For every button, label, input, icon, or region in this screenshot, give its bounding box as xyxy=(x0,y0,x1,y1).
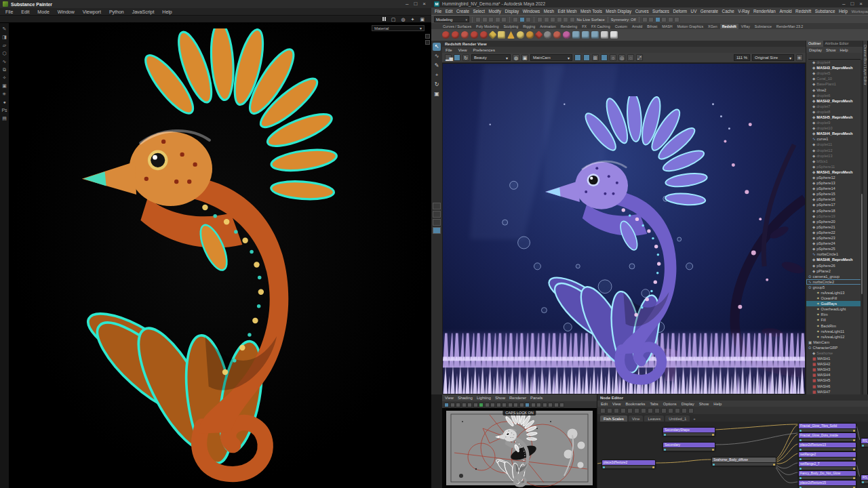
textured-icon[interactable] xyxy=(536,403,541,407)
histogram-icon[interactable]: ▂▅ xyxy=(445,54,452,61)
outliner-row[interactable]: pSphere21 xyxy=(806,224,863,230)
sp-tool-icon[interactable]: ⬡ xyxy=(2,50,6,56)
graph-both-icon[interactable] xyxy=(620,408,626,413)
shelf-tab[interactable]: Poly Modeling xyxy=(474,24,500,29)
bookmark-add-icon[interactable] xyxy=(675,408,680,413)
maya-menu-item[interactable]: Modify xyxy=(488,9,501,14)
maya-menu-item[interactable]: UV xyxy=(691,9,697,14)
maya-menu-item[interactable]: Mesh Display xyxy=(606,9,631,14)
modeling-toolkit-icon[interactable] xyxy=(642,17,648,22)
search-nodes-icon[interactable] xyxy=(668,408,673,413)
pick-region-icon[interactable]: ◌ xyxy=(627,54,634,61)
node-editor-tab[interactable]: Leaves xyxy=(644,415,664,422)
outliner-menu-item[interactable]: Show xyxy=(826,48,836,52)
sp-tool-icon[interactable]: ▤ xyxy=(2,115,7,121)
snap-grid-icon[interactable] xyxy=(537,17,542,22)
shelf-tab[interactable]: RenderMan 23.2 xyxy=(774,24,805,29)
bookmark-prev-icon[interactable] xyxy=(682,408,687,413)
outliner-row[interactable]: GodRays xyxy=(806,301,863,306)
outliner-tab[interactable]: Outliner xyxy=(806,41,823,47)
shader-node[interactable]: Fractal_Glow_Dots_inside xyxy=(798,432,856,441)
outliner-row[interactable]: bf0cs1 xyxy=(806,159,863,164)
toolbox-tool-icon[interactable]: + xyxy=(433,71,441,79)
sp-close-button[interactable]: × xyxy=(422,1,426,7)
menu-set-dropdown[interactable]: Modeling▾ xyxy=(434,16,469,22)
select-hierarchy-icon[interactable] xyxy=(513,17,518,22)
outliner-row[interactable]: OverheadLight xyxy=(806,306,863,312)
render-settings-gear-icon[interactable]: ✳ xyxy=(796,54,803,61)
snap-curve-icon[interactable] xyxy=(544,17,549,22)
region-circle-icon[interactable]: ○ xyxy=(610,54,616,61)
render-view-menu-item[interactable]: Preferences xyxy=(473,48,495,52)
camera-dropdown[interactable]: MainCam▾ xyxy=(530,54,572,61)
maya-menu-item[interactable]: Deform xyxy=(673,9,687,14)
maya-menu-item[interactable]: Edit xyxy=(446,9,453,14)
grid-toggle-icon[interactable] xyxy=(485,403,490,407)
rendered-image[interactable] xyxy=(442,63,806,394)
snap-projected-icon[interactable] xyxy=(557,17,562,22)
shelf-button-icon[interactable] xyxy=(601,31,608,39)
outliner-scrollbar[interactable] xyxy=(861,60,863,394)
open-scene-icon[interactable] xyxy=(482,17,488,22)
outliner-row[interactable]: pSphere20 xyxy=(806,219,863,224)
outliner-row[interactable]: pSphere26 xyxy=(806,262,863,268)
shader-node[interactable]: RS_Displacement xyxy=(861,474,868,483)
environment-sphere-icon[interactable]: ◍ xyxy=(401,17,405,22)
node-editor-menu-item[interactable]: Options xyxy=(663,402,677,406)
shader-node[interactable]: setRange2 xyxy=(798,451,856,460)
maya-menu-item[interactable]: Redshift xyxy=(795,9,811,14)
sp-menu-item[interactable]: Window xyxy=(58,9,75,14)
shader-node[interactable]: place2dTexture15 xyxy=(798,480,856,488)
outliner-row[interactable]: MASH7 xyxy=(806,389,863,394)
node-editor-tab[interactable]: Untitled_1 xyxy=(665,415,690,422)
outliner-row[interactable]: droplet8 xyxy=(806,109,863,115)
outliner-row[interactable]: rsAreaLight11 xyxy=(806,329,863,334)
maya-menu-item[interactable]: Arnold xyxy=(779,9,791,14)
maya-maximize-button[interactable]: □ xyxy=(850,1,854,7)
outliner-row[interactable]: pSphere23 xyxy=(806,235,863,241)
outliner-row[interactable]: Coral_10 xyxy=(806,76,863,81)
snap-point-icon[interactable] xyxy=(550,17,555,22)
shader-node[interactable]: setRange2_T xyxy=(798,461,856,470)
shelf-button-icon[interactable] xyxy=(461,31,469,39)
hypershade-icon[interactable] xyxy=(648,17,654,22)
sp-menu-item[interactable]: JavaScript xyxy=(132,9,155,14)
wireframe-icon[interactable] xyxy=(525,403,530,407)
outliner-row[interactable]: droplet9 xyxy=(806,120,863,125)
shader-node[interactable]: RS_Material_Body xyxy=(861,438,868,447)
shelf-button-icon[interactable] xyxy=(553,31,561,39)
shelf-button-icon[interactable] xyxy=(442,31,450,39)
shelf-tab[interactable]: Substance xyxy=(753,24,774,29)
outliner-row[interactable]: droplet6 xyxy=(806,93,863,98)
shelf-tab[interactable]: Redshift xyxy=(720,24,738,29)
outliner-row[interactable]: droplet7 xyxy=(806,104,863,109)
shelf-button-icon[interactable] xyxy=(498,31,505,39)
shader-node[interactable]: Seahorse_Body_diffuse xyxy=(711,457,776,466)
outliner-row[interactable]: curve1 xyxy=(806,136,863,142)
maya-menu-item[interactable]: File xyxy=(435,9,441,14)
outliner-row[interactable]: MASH1 xyxy=(806,356,863,361)
select-component-icon[interactable] xyxy=(526,17,531,22)
shelf-tab[interactable]: XGen xyxy=(706,24,719,29)
shelf-tab[interactable]: Arnold xyxy=(630,24,644,29)
layout-current-icon[interactable] xyxy=(433,227,441,234)
film-gate-icon[interactable] xyxy=(490,403,495,407)
attribute-editor-icon[interactable] xyxy=(661,17,667,22)
outliner-row[interactable]: MASH5_ReproMesh xyxy=(806,115,863,120)
outliner-row[interactable]: droplet10 xyxy=(806,125,863,131)
outliner-row[interactable]: MASH5 xyxy=(806,378,863,383)
save-scene-icon[interactable] xyxy=(488,17,494,22)
outliner-row[interactable]: droplet12 xyxy=(806,148,863,153)
node-editor-tab[interactable]: Fish.Scales xyxy=(600,415,627,422)
outliner-row[interactable]: MASH2_ReproMesh xyxy=(806,98,863,104)
sp-tool-icon[interactable]: ◨ xyxy=(2,34,7,40)
pause-engine-icon[interactable] xyxy=(382,17,386,21)
shelf-tab[interactable]: Motion Graphics xyxy=(675,24,706,29)
node-editor-menu-item[interactable]: Display xyxy=(682,402,694,406)
ao-icon[interactable] xyxy=(554,403,559,407)
maya-menu-item[interactable]: RenderMan xyxy=(753,9,776,14)
shelf-tab[interactable]: Sculpting xyxy=(501,24,520,29)
crop-icon[interactable]: ▣ xyxy=(521,54,528,61)
maya-menu-item[interactable]: Substance xyxy=(815,9,835,14)
outliner-row[interactable]: MASH6_ReproMesh xyxy=(806,257,863,262)
